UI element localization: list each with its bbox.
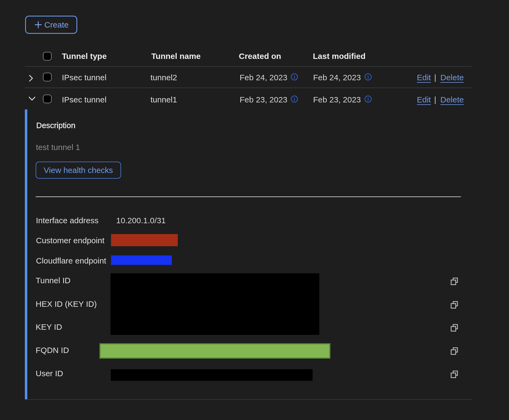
svg-text:i: i — [367, 74, 369, 80]
svg-text:i: i — [294, 74, 295, 80]
svg-text:i: i — [294, 96, 295, 102]
svg-text:i: i — [367, 96, 369, 102]
